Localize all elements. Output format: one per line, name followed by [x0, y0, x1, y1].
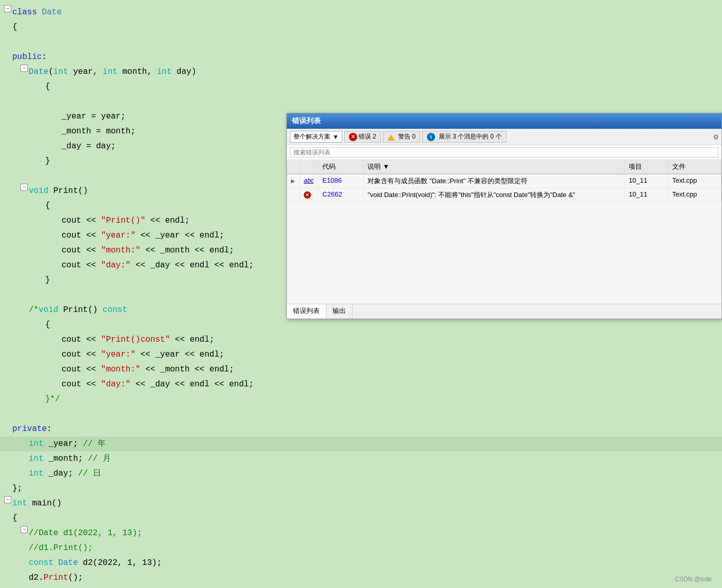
code-content: }*/	[45, 392, 60, 407]
code-content: }	[12, 585, 17, 588]
error-panel-toolbar: 整个解决方案 ▼ ✕ 错误 2 警告 0 i 展示 3 个消息中的 0 个 ⚙	[287, 129, 721, 145]
error-code-link[interactable]: C2662	[322, 190, 342, 198]
code-line: private:	[0, 422, 722, 437]
code-line: {	[0, 80, 722, 94]
code-line: };	[0, 481, 722, 496]
error-panel-title: 错误列表	[287, 113, 721, 129]
collapse-button[interactable]: −	[4, 496, 11, 503]
code-content	[62, 94, 67, 109]
collapse-button[interactable]: −	[21, 65, 28, 72]
code-line: d2.Print();	[0, 571, 722, 585]
settings-icon[interactable]: ⚙	[713, 133, 718, 142]
code-line: public:	[0, 50, 722, 65]
code-content: const Date d2(2022, 1, 13);	[29, 556, 162, 571]
error-code-link[interactable]: E1086	[322, 177, 342, 184]
code-content: };	[12, 481, 22, 496]
code-line: int _day; // 日	[0, 466, 722, 481]
code-line: }	[0, 585, 722, 588]
search-input[interactable]	[290, 147, 718, 158]
code-line: cout << "year:" << _year << endl;	[0, 347, 722, 362]
file-cell: Text.cpp	[668, 188, 721, 202]
col-code: 代码	[318, 160, 363, 174]
tab-output[interactable]: 输出	[326, 304, 353, 319]
code-content: _year = year;	[62, 109, 126, 124]
code-content: d2.Print();	[29, 571, 83, 585]
code-line: int _month; // 月	[0, 452, 722, 466]
code-content: cout << "year:" << _year << endl;	[62, 347, 224, 362]
code-content: /*void Print() const	[29, 303, 127, 318]
code-content: {	[12, 20, 17, 35]
code-content: _day = day;	[62, 139, 116, 154]
code-line: −int main()	[0, 496, 722, 511]
code-content: Date(int year, int month, int day)	[29, 65, 197, 80]
code-line: −//Date d1(2022, 1, 13);	[0, 526, 722, 541]
code-line: {	[0, 511, 722, 526]
warning-filter-btn[interactable]: 警告 0	[383, 131, 420, 143]
col-description: 说明 ▼	[363, 160, 625, 174]
table-row[interactable]: ▶abcE1086对象含有与成员函数 "Date::Print" 不兼容的类型限…	[287, 174, 721, 188]
code-line	[0, 407, 722, 422]
watermark: CSDN @icde	[675, 576, 712, 583]
code-content: class Date	[12, 5, 62, 20]
solution-select[interactable]: 整个解决方案 ▼	[290, 131, 342, 143]
code-line	[0, 94, 722, 109]
error-panel: 错误列表 整个解决方案 ▼ ✕ 错误 2 警告 0 i 展示 3 个消息中的 0…	[286, 113, 722, 319]
code-line	[0, 35, 722, 50]
code-content	[45, 288, 50, 303]
error-filter-btn[interactable]: ✕ 错误 2	[344, 131, 381, 143]
error-icon: ✕	[349, 133, 357, 141]
description-cell: "void Date::Print(void)": 不能将"this"指针从"c…	[363, 188, 625, 202]
code-line: {	[0, 20, 722, 35]
expand-cell[interactable]	[287, 188, 300, 202]
code-cell[interactable]: E1086	[318, 174, 363, 188]
code-content: cout << "day:" << _day << endl << endl;	[62, 377, 253, 392]
code-line: cout << "month:" << _month << endl;	[0, 362, 722, 377]
code-line: {	[0, 318, 722, 332]
tab-error-list[interactable]: 错误列表	[287, 304, 326, 319]
info-icon: i	[427, 133, 435, 141]
code-content: _month = month;	[62, 124, 135, 139]
code-line: const Date d2(2022, 1, 13);	[0, 556, 722, 571]
expand-cell[interactable]: ▶	[287, 174, 300, 188]
solution-label: 整个解决方案	[294, 132, 330, 141]
icon-cell: abc	[300, 174, 318, 188]
col-expand	[287, 160, 300, 174]
code-line: //d1.Print();	[0, 541, 722, 556]
table-row[interactable]: ✕C2662"void Date::Print(void)": 不能将"this…	[287, 188, 721, 202]
collapse-button[interactable]: −	[21, 184, 28, 191]
code-line: int _year; // 年	[0, 437, 722, 452]
collapse-button[interactable]: −	[4, 5, 11, 12]
code-line: −class Date	[0, 5, 722, 20]
code-line: cout << "day:" << _day << endl << endl;	[0, 377, 722, 392]
code-content: //d1.Print();	[29, 541, 93, 556]
error-content-area: 代码 说明 ▼ 项目 文件 ▶abcE1086对象含有与成员函数 "Date::…	[287, 160, 721, 304]
info-filter-btn[interactable]: i 展示 3 个消息中的 0 个	[422, 131, 506, 143]
code-content: void Print()	[29, 184, 88, 199]
warning-btn-label: 警告 0	[398, 132, 416, 141]
chevron-down-icon: ▼	[333, 133, 339, 141]
code-content	[45, 169, 50, 184]
code-content: private:	[12, 422, 52, 437]
error-btn-label: 错误 2	[359, 132, 376, 141]
code-content: public:	[12, 50, 47, 65]
code-content	[12, 407, 17, 422]
code-content: {	[45, 80, 50, 94]
code-content	[12, 35, 17, 50]
description-cell: 对象含有与成员函数 "Date::Print" 不兼容的类型限定符	[363, 174, 625, 188]
col-file: 文件	[668, 160, 721, 174]
code-content: }	[45, 154, 50, 169]
code-line: −Date(int year, int month, int day)	[0, 65, 722, 80]
code-content: int main()	[12, 496, 62, 511]
code-cell[interactable]: C2662	[318, 188, 363, 202]
project-cell: 10_11	[625, 174, 668, 188]
code-content: int _day; // 日	[29, 466, 101, 481]
file-cell: Text.cpp	[668, 174, 721, 188]
code-content: //Date d1(2022, 1, 13);	[29, 526, 142, 541]
info-btn-label: 展示 3 个消息中的 0 个	[439, 132, 502, 141]
code-line: }*/	[0, 392, 722, 407]
col-project: 项目	[625, 160, 668, 174]
collapse-button[interactable]: −	[21, 526, 28, 533]
error-panel-footer: 错误列表 输出	[287, 304, 721, 319]
code-content: {	[45, 318, 50, 332]
icon-cell: ✕	[300, 188, 318, 202]
